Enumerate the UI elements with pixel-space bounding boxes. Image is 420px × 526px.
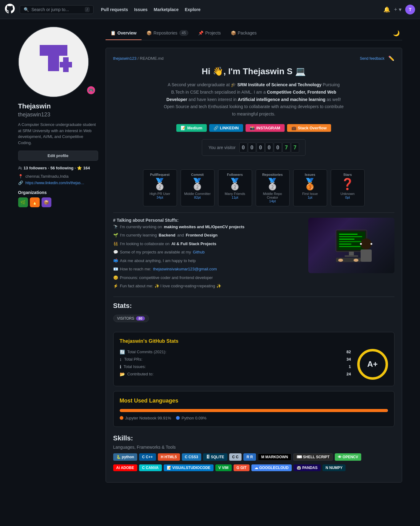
skill-sqlite[interactable]: 🗄 SQLITE xyxy=(203,453,227,461)
nav-issues[interactable]: Issues xyxy=(132,5,150,14)
ti4-icon: 📫 xyxy=(113,258,118,264)
skill-vim[interactable]: V VIM xyxy=(215,464,232,471)
main-content: 📋 Overview 📦 Repositories 45 📌 Projects … xyxy=(106,26,402,490)
ach-tier-3: Middle Repo Creator xyxy=(259,192,286,199)
talking-item-1: 🌱 I'm currently learning Backend and Fro… xyxy=(113,231,303,240)
stackoverflow-badge[interactable]: 💼 Stack Overflow xyxy=(287,124,331,132)
svg-point-20 xyxy=(354,259,358,262)
skill-adobe[interactable]: Ai ADOBE xyxy=(113,464,137,471)
skill-canva[interactable]: C CANVA xyxy=(139,464,162,471)
email-link[interactable]: thejaswinsivakumar123@gmail.com xyxy=(153,266,217,272)
jupyter-dot xyxy=(120,416,123,420)
edit-readme-icon[interactable]: ✏️ xyxy=(388,55,394,61)
nav-explore[interactable]: Explore xyxy=(182,5,203,14)
add-icon[interactable]: + ▾ xyxy=(394,6,402,13)
link-icon: 🔗 xyxy=(18,180,23,185)
svg-rect-13 xyxy=(345,255,358,257)
avatar-badge: 🎮 xyxy=(86,86,96,95)
github-stats-inner: 🔄 Total Commits (2021): 82 ↕ Total PRs: … xyxy=(120,349,388,380)
readme-divider2 xyxy=(113,297,394,297)
talking-item-2: 👯 I'm looking to collaborate on AI & Ful… xyxy=(113,240,303,248)
dot-sep1: · xyxy=(48,166,49,170)
skill-c[interactable]: C C xyxy=(229,453,242,461)
website-link[interactable]: https://www.linkedin.com/in/thejaswin-..… xyxy=(26,181,87,185)
achievement-issues: Issues 🥉 First Issue 1pt xyxy=(293,169,327,206)
organizations-section: Organizations 🌿 🔥 📦 xyxy=(18,190,98,207)
digit-1: 0 xyxy=(248,143,256,152)
skill-opencv[interactable]: 👁 OPENCV xyxy=(335,453,361,461)
org-avatar-1[interactable]: 🌿 xyxy=(18,197,28,207)
org-avatar-2[interactable]: 🔥 xyxy=(30,197,40,207)
edit-profile-button[interactable]: Edit profile xyxy=(18,151,98,161)
website-item: 🔗 https://www.linkedin.com/in/thejaswin-… xyxy=(18,180,98,185)
tab-repositories[interactable]: 📦 Repositories 45 xyxy=(142,26,193,40)
svg-point-19 xyxy=(338,259,343,262)
skill-vscode[interactable]: 📝 VISUALSTUDIOCODE xyxy=(164,464,214,471)
stat-row-issues: ℹ Total Issues: 1 xyxy=(120,364,351,369)
github-logo[interactable] xyxy=(5,4,15,15)
org-avatar-3[interactable]: 📦 xyxy=(42,197,51,207)
skill-gcloud[interactable]: ☁ GOOGLECLOUD xyxy=(251,464,292,471)
ach-tier-1: Middle Committer xyxy=(184,192,211,196)
svg-rect-1 xyxy=(48,56,59,71)
following-count: 56 xyxy=(50,166,55,170)
overview-icon: 📋 xyxy=(110,30,116,35)
github-link[interactable]: Github xyxy=(193,249,205,255)
github-stats-card: Thejaswin's GitHub Stats 🔄 Total Commits… xyxy=(113,332,394,386)
svg-rect-12 xyxy=(349,252,354,255)
header-nav: Pull requests Issues Marketplace Explore xyxy=(98,5,203,14)
notification-icon[interactable]: 🔔 xyxy=(383,6,390,13)
skill-cpp[interactable]: C C++ xyxy=(139,453,156,461)
readme-header: thejaswin123 / README.md Send feedback ✏… xyxy=(113,55,394,61)
ach-tier-4: First Issue xyxy=(297,192,324,196)
projects-label: Projects xyxy=(205,30,221,35)
skill-git[interactable]: G GIT xyxy=(234,464,250,471)
readme-title: Hi 👋, I'm Thejaswin S 💻 xyxy=(113,66,394,76)
contributed-label: Contributed to: xyxy=(127,372,154,376)
sidebar: 🎮 Thejaswin thejaswin123 A Computer Scie… xyxy=(18,26,98,207)
skill-css[interactable]: C CSS3 xyxy=(182,453,201,461)
nav-marketplace[interactable]: Marketplace xyxy=(151,5,181,14)
profile-avatar xyxy=(18,26,89,97)
grade-circle: A+ xyxy=(357,349,388,380)
avatar-logo-svg xyxy=(30,39,77,85)
svg-point-14 xyxy=(361,238,372,249)
skill-html[interactable]: H HTML5 xyxy=(158,453,180,461)
instagram-badge[interactable]: 📸 INSTAGRAM xyxy=(246,124,285,132)
tab-projects[interactable]: 📌 Projects xyxy=(193,26,226,40)
medium-badge[interactable]: 📝 Medium xyxy=(176,124,206,132)
linkedin-badge[interactable]: 🔗 LINKEDIN xyxy=(209,124,243,132)
visitor-label: You are visitor xyxy=(208,145,235,150)
user-avatar[interactable]: T xyxy=(405,5,415,14)
following-link[interactable]: 56 following xyxy=(50,166,74,170)
profile-name: Thejaswin xyxy=(18,102,98,110)
achievement-followers: Followers 🥈 Many Friends 11pt xyxy=(218,169,252,206)
organizations-title: Organizations xyxy=(18,190,98,195)
coder-illustration xyxy=(308,218,394,273)
skill-python[interactable]: 🐍 python xyxy=(113,453,137,461)
talking-item-4: 📫 Ask me about anything, I am happy to h… xyxy=(113,257,303,265)
dark-mode-toggle[interactable]: 🌙 xyxy=(390,26,402,40)
readme-breadcrumb: thejaswin123 / README.md xyxy=(113,56,164,61)
nav-pull-requests[interactable]: Pull requests xyxy=(98,5,130,14)
skill-pandas[interactable]: 🐼 PANDAS xyxy=(294,464,321,471)
skill-markdown[interactable]: M MARKDOWN xyxy=(258,453,291,461)
ach-label-5: Stars xyxy=(334,173,361,176)
search-icon: 🔍 xyxy=(24,7,29,12)
header: 🔍 Search or jump to... / Pull requests I… xyxy=(0,0,420,19)
skill-shellscript[interactable]: ⌨ SHELL SCRIPT xyxy=(293,453,333,461)
skill-r[interactable]: R R xyxy=(243,453,256,461)
breadcrumb-user[interactable]: thejaswin123 xyxy=(113,56,137,61)
achievement-commit: Commit 🥈 Middle Committer 82pt xyxy=(181,169,214,206)
search-input[interactable]: 🔍 Search or jump to... / xyxy=(20,5,94,14)
lang-item-python: Python 0.09% xyxy=(176,416,206,420)
skill-numpy[interactable]: N NUMPY xyxy=(322,464,346,471)
send-feedback-link[interactable]: Send feedback xyxy=(360,56,384,61)
profile-tabs: 📋 Overview 📦 Repositories 45 📌 Projects … xyxy=(106,26,402,40)
tab-overview[interactable]: 📋 Overview xyxy=(106,26,142,40)
ach-pts-3: 14pt xyxy=(259,199,286,203)
talking-list: 🔭 I'm currently working on making websit… xyxy=(113,223,303,290)
tab-packages[interactable]: 📦 Packages xyxy=(226,26,262,40)
stats-title: Stats: xyxy=(113,302,394,310)
svg-rect-15 xyxy=(361,249,372,262)
